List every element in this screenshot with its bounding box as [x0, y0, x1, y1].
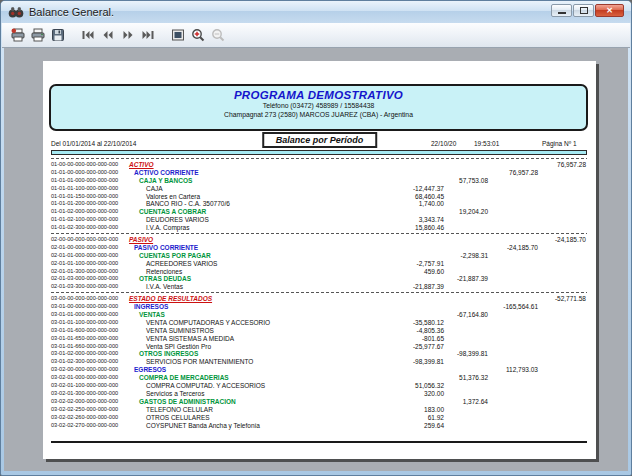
- print-button[interactable]: [28, 25, 48, 45]
- account-value: 112,793.03: [43, 366, 538, 374]
- table-row: 03-01-01-600-000-000-000VENTA SUMINISTRO…: [43, 327, 596, 335]
- save-button[interactable]: [48, 25, 68, 45]
- report-bottom-line: [51, 441, 587, 443]
- account-value: -25,977.67: [43, 343, 444, 351]
- last-page-button[interactable]: [138, 25, 158, 45]
- account-value: 51,056.32: [43, 382, 444, 390]
- table-row: 03-01-01-650-000-000-000VENTA SISTEMAS A…: [43, 335, 596, 343]
- print-setup-button[interactable]: [8, 25, 28, 45]
- report-date: 22/10/20: [431, 140, 456, 147]
- account-value: 1,740.00: [43, 200, 444, 208]
- account-value: -67,164.80: [43, 311, 488, 319]
- account-value: -98,399.81: [43, 358, 444, 366]
- dashed-divider: [51, 158, 587, 159]
- page-number: Página Nº 1: [542, 140, 577, 147]
- account-value: -35,580.12: [43, 319, 444, 327]
- account-value: -98,399.81: [43, 350, 488, 358]
- maximize-button[interactable]: [573, 4, 594, 17]
- first-page-icon: [80, 27, 96, 43]
- table-row: 03-02-01-000-000-000-000COMPRA DE MERCAD…: [43, 374, 596, 382]
- table-row: 03-02-02-000-000-000-000GASTOS DE ADMINI…: [43, 398, 596, 406]
- report-period: Del 01/01/2014 al 22/10/2014: [51, 140, 136, 147]
- company-header-box: PROGRAMA DEMOSTRATIVO Teléfono (03472) 4…: [49, 84, 588, 131]
- printer-icon: [30, 27, 46, 43]
- account-value: 1,372.64: [43, 398, 488, 406]
- account-value: 320.00: [43, 390, 444, 398]
- account-value: -801.65: [43, 335, 444, 343]
- table-row: 01-01-02-100-000-000-000DEUDORES VARIOS3…: [43, 216, 596, 224]
- table-row: 03-02-02-260-000-000-000OTROS CELULARES6…: [43, 414, 596, 422]
- divider-bar: [51, 150, 587, 155]
- maximize-icon: [580, 7, 588, 14]
- table-row: 02-00-00-000-000-000-000PASIVO-24,185.70: [43, 236, 596, 244]
- titlebar: Balance General. ✕: [1, 1, 631, 23]
- account-value: 15,860.46: [43, 224, 444, 232]
- account-value: 68,460.45: [43, 193, 444, 201]
- account-value: 259.64: [43, 422, 444, 430]
- minimize-icon: [558, 12, 566, 14]
- table-row: 02-01-01-000-000-000-000CUENTAS POR PAGA…: [43, 252, 596, 260]
- table-row: 01-01-02-000-000-000-000CUENTAS A COBRAR…: [43, 208, 596, 216]
- table-row: 01-01-01-000-000-000-000CAJA Y BANCOS57,…: [43, 177, 596, 185]
- report-title: Balance por Período: [262, 132, 378, 148]
- table-row: 03-01-02-000-000-000-000OTROS INGRESOS-9…: [43, 350, 596, 358]
- report-rows: 01-00-00-000-000-000-000ACTIVO76,957.280…: [43, 161, 596, 429]
- table-row: 03-01-01-660-000-000-000Venta SPI Gestió…: [43, 343, 596, 351]
- account-value: -2,298.31: [43, 252, 488, 260]
- table-row: 01-01-02-300-000-000-000I.V.A. Compras15…: [43, 224, 596, 232]
- account-value: -52,771.58: [43, 295, 586, 303]
- table-row: 02-01-01-300-000-000-000Retenciones459.6…: [43, 268, 596, 276]
- zoom-in-icon: [190, 27, 206, 43]
- window-controls: ✕: [551, 4, 624, 17]
- account-value: 19,204.20: [43, 208, 488, 216]
- table-row: 01-01-01-100-000-000-000CAJA-12,447.37: [43, 185, 596, 193]
- binoculars-app-icon: [8, 4, 24, 20]
- account-value: -4,805.36: [43, 327, 444, 335]
- close-button[interactable]: ✕: [595, 4, 624, 17]
- company-phone: Teléfono (03472) 458989 / 15584438: [51, 101, 586, 110]
- save-icon: [50, 27, 66, 43]
- company-name: PROGRAMA DEMOSTRATIVO: [51, 89, 586, 101]
- report-page: PROGRAMA DEMOSTRATIVO Teléfono (03472) 4…: [43, 61, 596, 459]
- previous-page-button[interactable]: [98, 25, 118, 45]
- zoom-out-button[interactable]: [208, 25, 228, 45]
- table-row: 03-01-01-100-000-000-000VENTA COMPUTADOR…: [43, 319, 596, 327]
- page-view-button[interactable]: [168, 25, 188, 45]
- account-value: 57,753.08: [43, 177, 488, 185]
- zoom-out-icon: [210, 27, 226, 43]
- zoom-in-button[interactable]: [188, 25, 208, 45]
- first-page-button[interactable]: [78, 25, 98, 45]
- table-row: 03-00-00-000-000-000-000ESTADO DE RESULT…: [43, 295, 596, 303]
- window-title: Balance General.: [29, 6, 114, 18]
- table-row: 03-01-02-300-000-000-000SERVICIOS POR MA…: [43, 358, 596, 366]
- previous-page-icon: [100, 27, 116, 43]
- account-value: 51,376.32: [43, 374, 488, 382]
- table-row: 03-02-02-270-000-000-000COYSPUNET Banda …: [43, 422, 596, 430]
- company-address: Champagnat 273 (2580) MARCOS JUAREZ (CBA…: [51, 110, 586, 119]
- table-row: 03-02-01-300-000-000-000Servicios a Terc…: [43, 390, 596, 398]
- table-row: 03-01-01-000-000-000-000VENTAS-67,164.80: [43, 311, 596, 319]
- minimize-button[interactable]: [551, 4, 572, 17]
- table-row: 03-02-00-000-000-000-000EGRESOS112,793.0…: [43, 366, 596, 374]
- account-value: -21,887.39: [43, 275, 488, 283]
- account-value: 61.92: [43, 414, 444, 422]
- print-setup-icon: [10, 27, 26, 43]
- account-value: 76,957.28: [43, 169, 538, 177]
- account-value: -24,185.70: [43, 244, 538, 252]
- account-value: -12,447.37: [43, 185, 444, 193]
- table-row: 02-01-00-000-000-000-000PASIVO CORRIENTE…: [43, 244, 596, 252]
- page-view-icon: [170, 27, 186, 43]
- report-time: 19:53:01: [474, 140, 499, 147]
- next-page-icon: [120, 27, 136, 43]
- table-row: 03-01-00-000-000-000-000INGRESOS-165,564…: [43, 303, 596, 311]
- table-row: 01-01-01-150-000-000-000Valores en Carte…: [43, 193, 596, 201]
- next-page-button[interactable]: [118, 25, 138, 45]
- table-row: 02-01-03-300-000-000-000I.V.A. Ventas-21…: [43, 283, 596, 291]
- table-row: 03-02-01-100-000-000-000COMPRA COMPUTAD.…: [43, 382, 596, 390]
- account-value: 3,343.74: [43, 216, 444, 224]
- account-value: 459.60: [43, 268, 444, 276]
- table-row: 02-01-03-000-000-000-000OTRAS DEUDAS-21,…: [43, 275, 596, 283]
- window: Balance General. ✕: [0, 0, 632, 476]
- last-page-icon: [140, 27, 156, 43]
- table-row: 01-00-00-000-000-000-000ACTIVO76,957.28: [43, 161, 596, 169]
